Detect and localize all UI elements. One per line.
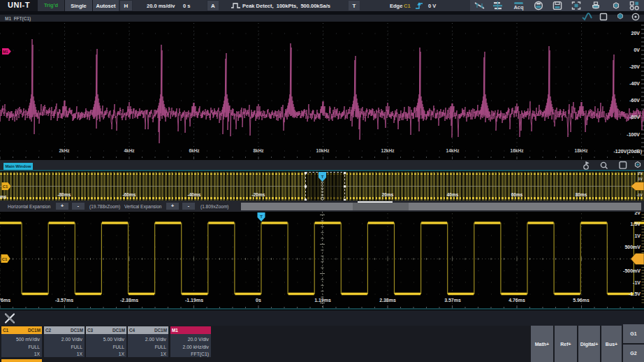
svg-text:-2.38ms: -2.38ms (120, 298, 138, 303)
svg-text:16kHz: 16kHz (511, 148, 525, 153)
svg-text:-80V: -80V (629, 115, 640, 120)
svg-text:6kHz: 6kHz (189, 148, 200, 153)
svg-text:2.38ms: 2.38ms (379, 298, 396, 303)
svg-text:2V: 2V (634, 212, 641, 215)
svg-text:-1V: -1V (633, 280, 641, 285)
svg-text:18kHz: 18kHz (575, 148, 589, 153)
svg-text:0V: 0V (634, 48, 640, 52)
svg-text:-3.57ms: -3.57ms (55, 298, 73, 303)
svg-text:-100V: -100V (627, 132, 640, 137)
svg-text:T: T (260, 215, 263, 219)
svg-text:C1: C1 (2, 257, 8, 261)
svg-text:-1.5V: -1.5V (629, 291, 641, 296)
svg-text:4kHz: 4kHz (124, 148, 135, 153)
svg-text:80ms: 80ms (576, 192, 587, 197)
svg-text:C1: C1 (3, 184, 8, 189)
svg-text:5.96ms: 5.96ms (573, 298, 590, 303)
svg-text:-20ms: -20ms (252, 192, 265, 197)
svg-text:-500mV: -500mV (623, 268, 641, 273)
svg-text:-1V: -1V (636, 193, 643, 197)
svg-text:-60V: -60V (629, 98, 640, 103)
svg-text:-120V(20dB): -120V(20dB) (614, 149, 642, 154)
svg-text:10kHz: 10kHz (316, 148, 330, 153)
svg-text:-60ms: -60ms (123, 192, 136, 197)
svg-text:M1: M1 (3, 50, 8, 54)
svg-text:12kHz: 12kHz (381, 148, 395, 153)
svg-text:1.19ms: 1.19ms (314, 298, 331, 303)
svg-text:2V: 2V (638, 172, 643, 175)
svg-text:-80ms: -80ms (58, 192, 71, 197)
svg-text:-40V: -40V (629, 81, 640, 86)
svg-text:Acq: Acq (513, 4, 524, 10)
svg-text:20V: 20V (631, 31, 641, 36)
svg-text:-20V: -20V (629, 64, 640, 69)
svg-text:-4.76ms: -4.76ms (0, 298, 10, 303)
svg-text:-40ms: -40ms (188, 192, 201, 197)
svg-text:3.57ms: 3.57ms (444, 298, 461, 303)
svg-text:20ms: 20ms (382, 192, 394, 197)
svg-text:T: T (321, 174, 324, 178)
svg-text:500mV: 500mV (624, 245, 641, 249)
svg-text:4.76ms: 4.76ms (508, 298, 525, 303)
svg-text:ms: ms (0, 194, 7, 199)
svg-text:60ms: 60ms (511, 192, 523, 197)
svg-text:2kHz: 2kHz (59, 148, 70, 153)
svg-text:-1.19ms: -1.19ms (185, 298, 203, 303)
svg-text:40ms: 40ms (447, 192, 459, 197)
svg-text:8kHz: 8kHz (253, 148, 264, 153)
svg-text:1V: 1V (638, 177, 643, 181)
svg-text:1.5V: 1.5V (631, 222, 641, 226)
svg-text:14kHz: 14kHz (446, 148, 460, 153)
svg-text:1V: 1V (634, 233, 641, 238)
svg-text:0s: 0s (256, 298, 261, 303)
